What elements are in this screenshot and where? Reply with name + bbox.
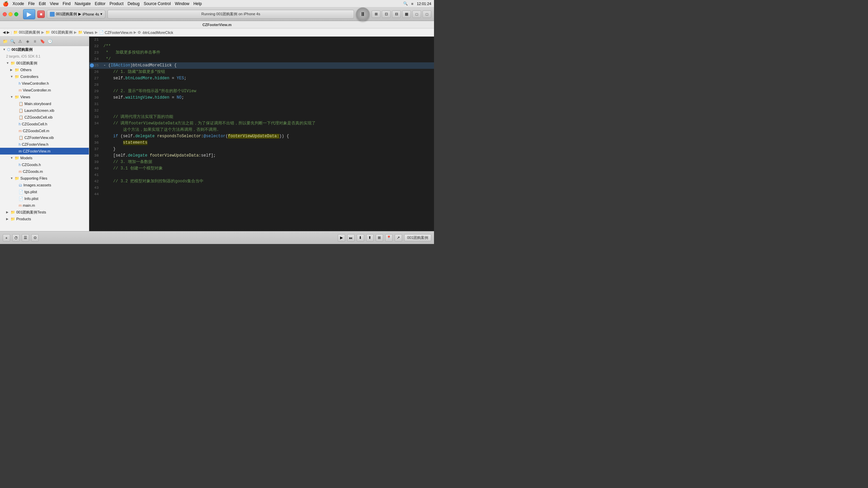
sidebar-project-name: 001团购案例: [12, 47, 33, 52]
layout-right-btn[interactable]: ▦: [402, 11, 411, 18]
scheme-selector[interactable]: 001团购案例 ▶ iPhone 4s ▾: [47, 10, 105, 19]
sidebar-item-czgoods-m[interactable]: m CZGoods.m: [0, 168, 89, 175]
step-out-button[interactable]: ⬆: [366, 234, 374, 242]
menu-source-control[interactable]: Source Control: [144, 1, 171, 6]
sidebar-warning-icon[interactable]: ⚠: [17, 38, 23, 44]
layout-left-btn[interactable]: ⊞: [372, 11, 380, 18]
sidebar-tests-label: 001团购案例Tests: [16, 210, 46, 215]
sidebar-main-label: 001团购案例: [16, 61, 37, 66]
code-line-24: 24 */: [89, 56, 434, 62]
sidebar-list-icon[interactable]: ≡: [32, 38, 38, 44]
code-line-39: 39 // 3. 增加一条数据: [89, 159, 434, 165]
navigator-btn[interactable]: □: [412, 11, 421, 18]
menu-find[interactable]: Find: [63, 1, 71, 6]
nav-forward[interactable]: ▶: [7, 30, 9, 35]
file-icon-m: m: [19, 88, 22, 92]
status-area: Running 001团购案例 on iPhone 4s: [107, 10, 354, 19]
sidebar-item-czgoods-h[interactable]: h CZGoods.h: [0, 161, 89, 168]
plist-icon-tgs: 📄: [19, 190, 23, 194]
sidebar-item-czfooter-h[interactable]: h CZFooterView.h: [0, 141, 89, 148]
breadcrumb-folder[interactable]: 📁 001团购案例: [45, 30, 72, 35]
share-button[interactable]: ↗: [395, 234, 402, 242]
menu-xcode[interactable]: Xcode: [13, 1, 24, 6]
xib-icon-footer: 📋: [19, 136, 23, 140]
sidebar-item-views[interactable]: ▼ 📁 Views: [0, 94, 89, 100]
sidebar-item-others[interactable]: ▶ 📁 Others: [0, 66, 89, 73]
sidebar-item-xcassets[interactable]: 🗂 Images.xcassets: [0, 182, 89, 188]
sidebar-history-icon[interactable]: 🕒: [47, 38, 53, 44]
breadcrumb-method[interactable]: ⊙ -btnLoadMoreClick: [138, 30, 173, 35]
menu-editor[interactable]: Editor: [95, 1, 105, 6]
pause-button[interactable]: ⏸: [356, 7, 370, 21]
sidebar-item-czgoodscell-xib[interactable]: 📋 CZGoodsCell.xib: [0, 114, 89, 121]
sidebar-git-icon[interactable]: ◈: [24, 38, 31, 44]
sidebar-item-main-m[interactable]: m main.m: [0, 202, 89, 209]
spotlight-icon[interactable]: 🔍: [403, 1, 408, 6]
filter-button[interactable]: ⊙: [31, 234, 39, 242]
add-file-button[interactable]: +: [3, 234, 10, 242]
sidebar-item-launchscreen[interactable]: 📋 LaunchScreen.xib: [0, 107, 89, 114]
sidebar-search-icon[interactable]: 🔍: [9, 38, 16, 44]
sidebar-bookmark-icon[interactable]: 🔖: [39, 38, 45, 44]
apple-menu[interactable]: 🍎: [3, 1, 8, 6]
breadcrumb-project[interactable]: 📁 001团购案例: [13, 30, 40, 35]
sidebar-models-label: Models: [20, 156, 32, 160]
inspector-btn[interactable]: □: [422, 11, 431, 18]
location-button[interactable]: 📍: [385, 234, 393, 242]
view-toggle-button[interactable]: ⊞: [376, 234, 383, 242]
sidebar-launch-label: LaunchScreen.xib: [24, 108, 54, 113]
sidebar-item-controllers[interactable]: ▼ 📁 Controllers: [0, 73, 89, 80]
layout-split-btn[interactable]: ⊟: [392, 11, 401, 18]
sidebar-item-czgoodscell-h[interactable]: h CZGoodsCell.h: [0, 121, 89, 127]
layout-center-btn[interactable]: ⊡: [382, 11, 391, 18]
sidebar-item-tests[interactable]: ▶ 📁 001团购案例Tests: [0, 209, 89, 216]
stop-button[interactable]: ■: [37, 11, 45, 18]
sidebar-item-info-plist[interactable]: 📄 Info.plist: [0, 195, 89, 202]
menu-navigate[interactable]: Navigate: [75, 1, 91, 6]
notification-icon[interactable]: ≡: [411, 2, 413, 6]
menubar-right: 🔍 ≡ 12:01:24: [403, 1, 431, 6]
menu-product[interactable]: Product: [110, 1, 123, 6]
sidebar-folder-icon[interactable]: 📁: [2, 38, 8, 44]
menu-help[interactable]: Help: [193, 1, 202, 6]
run-button[interactable]: ▶: [23, 9, 35, 19]
sidebar-item-tgs-plist[interactable]: 📄 tgs.plist: [0, 188, 89, 195]
breadcrumb-views[interactable]: 📁 Views: [78, 30, 94, 35]
step-over-button[interactable]: ⏭: [347, 234, 355, 242]
step-into-button[interactable]: ⬇: [357, 234, 364, 242]
folder-icon-models: 📁: [15, 156, 19, 160]
sidebar-item-czfooter-m[interactable]: m CZFooterView.m: [0, 148, 89, 155]
toolbar-icons: ⊞ ⊡ ⊟ ▦ □ □: [372, 11, 431, 18]
history-button[interactable]: ⏱: [12, 234, 20, 242]
breadcrumb-file[interactable]: 📄 CZFooterView.m: [99, 30, 133, 35]
sidebar-info-label: Info.plist: [24, 197, 38, 201]
nav-back[interactable]: ◀: [3, 30, 5, 35]
menu-view[interactable]: View: [50, 1, 59, 6]
sidebar-item-main-folder[interactable]: ▼ 📁 001团购案例: [0, 60, 89, 66]
sidebar-item-viewcontroller-h[interactable]: h ViewController.h: [0, 80, 89, 87]
sidebar-footerview-xib-label: CZFooterView.xib: [24, 136, 54, 140]
sidebar-vc-h-label: ViewController.h: [22, 81, 49, 85]
sidebar-item-main-storyboard[interactable]: 📋 Main.storyboard: [0, 100, 89, 107]
menu-edit[interactable]: Edit: [39, 1, 46, 6]
menubar-left: 🍎 Xcode File Edit View Find Navigate Edi…: [3, 1, 202, 6]
sidebar-item-supporting-files[interactable]: ▼ 📁 Supporting Files: [0, 175, 89, 182]
minimize-button[interactable]: [8, 12, 13, 16]
menu-debug[interactable]: Debug: [127, 1, 139, 6]
bottom-scheme-label[interactable]: 001团购案例: [404, 234, 431, 241]
menu-file[interactable]: File: [28, 1, 35, 6]
sidebar-item-viewcontroller-m[interactable]: m ViewController.m: [0, 87, 89, 94]
maximize-button[interactable]: [14, 12, 18, 16]
debug-area-button[interactable]: ▶: [338, 234, 345, 242]
menu-window[interactable]: Window: [175, 1, 190, 6]
breadcrumb-sep1: ▶: [41, 30, 44, 35]
sidebar-item-products[interactable]: ▶ 📁 Products: [0, 216, 89, 222]
folder-icon-tests: 📁: [11, 210, 15, 215]
breakpoints-button[interactable]: ☰: [22, 234, 29, 242]
close-button[interactable]: [3, 12, 7, 16]
sidebar-item-czfooter-xib[interactable]: 📋 CZFooterView.xib: [0, 134, 89, 141]
sidebar-item-models[interactable]: ▼ 📁 Models: [0, 155, 89, 161]
code-editor[interactable]: 21 22 /** 23 * 加载更多按钮的单击事件 24 */ 25: [89, 37, 434, 231]
sidebar-item-project-root[interactable]: ▼ ⬡ 001团购案例: [0, 46, 89, 53]
sidebar-item-czgoodscell-m[interactable]: m CZGoodsCell.m: [0, 127, 89, 134]
